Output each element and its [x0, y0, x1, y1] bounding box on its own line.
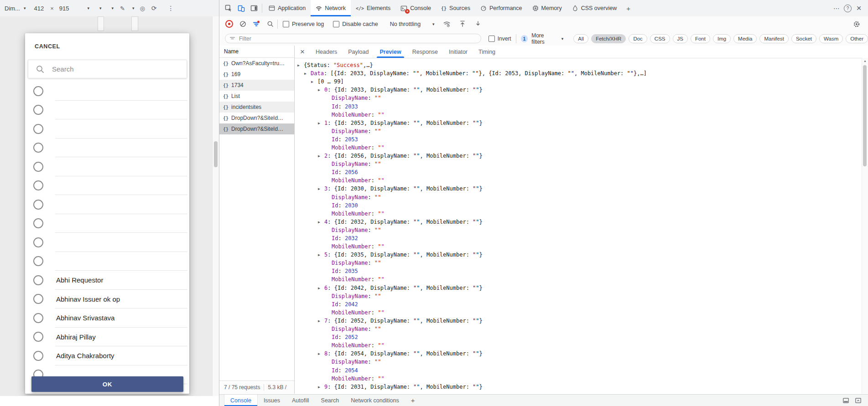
- chevron-down-icon[interactable]: ▾: [561, 36, 564, 41]
- device-toolbar-menu-icon[interactable]: ⋮: [168, 5, 174, 12]
- device-height-field[interactable]: 915: [59, 5, 69, 12]
- radio-button[interactable]: [33, 180, 43, 190]
- expand-arrow-icon[interactable]: ▶: [318, 286, 324, 290]
- tree-line[interactable]: DisplayName: "": [295, 94, 862, 102]
- expand-arrow-icon[interactable]: [325, 378, 332, 379]
- filter-toggle-button[interactable]: [250, 18, 262, 30]
- request-row[interactable]: {} 169: [219, 69, 294, 80]
- scroll-up-arrow-icon[interactable]: ▲: [862, 58, 868, 62]
- close-details-icon[interactable]: ×: [295, 46, 310, 58]
- add-drawer-tab-button[interactable]: +: [405, 395, 421, 406]
- tree-line[interactable]: MobileNumber: "": [295, 275, 862, 283]
- tree-line[interactable]: MobileNumber: "": [295, 210, 862, 218]
- import-har-button[interactable]: [457, 18, 468, 30]
- tree-line[interactable]: ▶ 4: {Id: 2032, DisplayName: "", MobileN…: [295, 218, 862, 226]
- disable-cache-toggle[interactable]: Disable cache: [333, 21, 378, 27]
- expand-arrow-icon[interactable]: [325, 180, 332, 181]
- expand-arrow-icon[interactable]: [325, 139, 332, 139]
- expand-arrow-icon[interactable]: [325, 238, 332, 239]
- expand-arrow-icon[interactable]: [325, 147, 332, 148]
- expand-arrow-icon[interactable]: [325, 279, 332, 280]
- radio-button[interactable]: [33, 200, 43, 210]
- tree-line[interactable]: ▶ Data: [{Id: 2033, DisplayName: "", Mob…: [295, 69, 862, 77]
- drawer-tab-issues[interactable]: Issues: [258, 395, 286, 406]
- rotate-device-icon[interactable]: ⟳: [151, 5, 157, 12]
- tree-line[interactable]: Id: 2056: [295, 168, 862, 176]
- preserve-log-toggle[interactable]: Preserve log: [283, 21, 324, 27]
- checkbox-icon[interactable]: [333, 21, 339, 27]
- tree-line[interactable]: MobileNumber: "": [295, 341, 862, 349]
- tab-response[interactable]: Response: [407, 46, 443, 58]
- expand-arrow-icon[interactable]: [325, 370, 332, 370]
- request-list-header[interactable]: Name: [219, 46, 294, 58]
- list-item[interactable]: Abhiraj Pillay: [25, 328, 189, 347]
- search-input[interactable]: [51, 65, 187, 73]
- search-box[interactable]: [28, 60, 187, 78]
- list-item[interactable]: [25, 157, 189, 176]
- filter-input[interactable]: [238, 35, 481, 42]
- filter-pill[interactable]: Fetch/XHR: [591, 34, 626, 43]
- expand-arrow-icon[interactable]: [325, 213, 332, 214]
- dock-bottom-icon[interactable]: [842, 397, 849, 404]
- record-network-log-button[interactable]: [223, 18, 235, 30]
- tree-line[interactable]: MobileNumber: "": [295, 308, 862, 317]
- tree-line[interactable]: DisplayName: "": [295, 193, 862, 201]
- request-row[interactable]: {} DropDown?&SiteId…: [219, 123, 294, 134]
- expand-arrow-icon[interactable]: [325, 247, 332, 247]
- tab-timing[interactable]: Timing: [473, 46, 501, 58]
- media-query-segment[interactable]: [131, 16, 138, 31]
- expand-arrow-icon[interactable]: [325, 296, 332, 296]
- filter-pill[interactable]: Doc: [629, 34, 647, 43]
- tab-headers[interactable]: Headers: [310, 46, 343, 58]
- expand-arrow-icon[interactable]: [325, 172, 332, 173]
- expand-panel-icon[interactable]: [855, 397, 862, 404]
- device-toolbar-toggle-icon[interactable]: [235, 0, 248, 16]
- network-conditions-button[interactable]: [441, 18, 453, 30]
- radio-button[interactable]: [33, 218, 43, 228]
- list-item[interactable]: Abhinav Issuer ok op: [25, 290, 189, 309]
- more-filters-button[interactable]: More filters: [531, 32, 558, 45]
- expand-arrow-icon[interactable]: [325, 98, 332, 98]
- tree-line[interactable]: ▶ 9: {Id: 2031, DisplayName: "", MobileN…: [295, 383, 862, 391]
- expand-arrow-icon[interactable]: ▶: [318, 385, 324, 389]
- tree-line[interactable]: DisplayName: "": [295, 226, 862, 234]
- list-item[interactable]: Abhinav Srivastava: [25, 308, 189, 328]
- filter-pill[interactable]: CSS: [650, 34, 670, 43]
- expand-arrow-icon[interactable]: ▶: [304, 71, 311, 76]
- close-devtools-icon[interactable]: ×: [853, 3, 864, 13]
- drawer-tab-autofill[interactable]: Autofill: [286, 395, 315, 406]
- network-settings-button[interactable]: [851, 18, 863, 30]
- list-item[interactable]: [25, 176, 189, 195]
- list-item[interactable]: [25, 82, 189, 101]
- tree-line[interactable]: MobileNumber: "": [295, 176, 862, 185]
- request-row[interactable]: {} DropDown?&SiteId…: [219, 113, 294, 123]
- expand-arrow-icon[interactable]: [325, 337, 332, 338]
- tree-line[interactable]: ▶ 2: {Id: 2056, DisplayName: "", MobileN…: [295, 152, 862, 160]
- filter-pill[interactable]: Img: [713, 34, 731, 43]
- tab-network[interactable]: Network: [311, 0, 351, 16]
- add-tab-button[interactable]: +: [622, 0, 635, 16]
- list-item[interactable]: [25, 101, 189, 120]
- radio-button[interactable]: [33, 275, 43, 285]
- tree-line[interactable]: DisplayName: "": [295, 160, 862, 168]
- drawer-tab-network-conditions[interactable]: Network conditions: [345, 395, 405, 406]
- expand-arrow-icon[interactable]: ▶: [318, 186, 324, 191]
- expand-arrow-icon[interactable]: [325, 230, 332, 230]
- tree-line[interactable]: Id: 2032: [295, 234, 862, 242]
- throttling-select[interactable]: No throttling: [390, 21, 421, 27]
- tree-line[interactable]: DisplayName: "": [295, 259, 862, 267]
- tree-line[interactable]: ▶ 1: {Id: 2053, DisplayName: "", MobileN…: [295, 119, 862, 127]
- tree-line[interactable]: MobileNumber: "": [295, 242, 862, 251]
- filter-pill[interactable]: Manifest: [759, 34, 788, 43]
- tree-line[interactable]: MobileNumber: "": [295, 144, 862, 152]
- tree-line[interactable]: ▶ 3: {Id: 2030, DisplayName: "", MobileN…: [295, 185, 862, 193]
- radio-button[interactable]: [33, 124, 43, 134]
- media-query-segment[interactable]: [98, 16, 104, 31]
- tree-line[interactable]: ▶ 7: {Id: 2052, DisplayName: "", MobileN…: [295, 317, 862, 325]
- radio-button[interactable]: [33, 86, 43, 96]
- tab-initiator[interactable]: Initiator: [443, 46, 473, 58]
- filter-pill[interactable]: Font: [691, 34, 710, 43]
- list-item[interactable]: [25, 214, 189, 233]
- device-width-field[interactable]: 412: [34, 5, 44, 12]
- expand-arrow-icon[interactable]: [325, 362, 332, 362]
